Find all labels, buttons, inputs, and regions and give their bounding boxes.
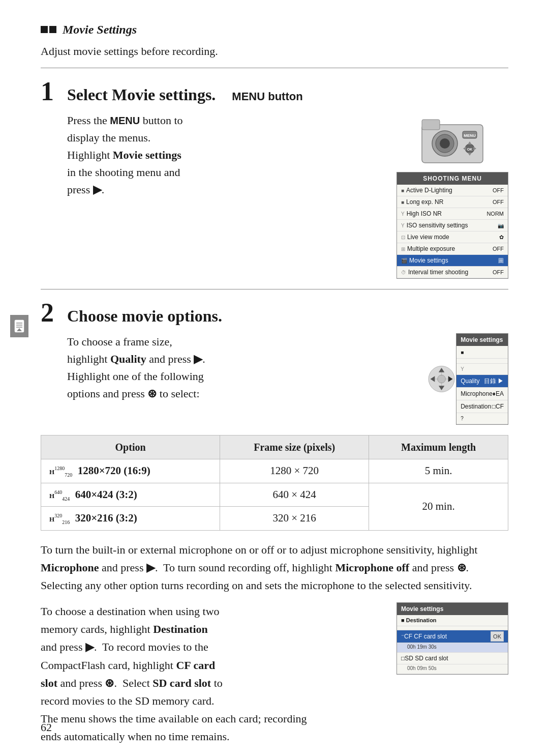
mss-row-microphone: Microphone ♦EA: [456, 388, 508, 400]
step2-right: Movie settings ■ Y Quality 目錄 ▶: [427, 333, 508, 425]
destination-menu-area: Movie settings ■ Destination ⁻CF CF card…: [396, 602, 508, 675]
step1-right: MENU OK SHOOTING MENU ■ Active D-Lightin…: [396, 112, 508, 279]
side-tab-icon: [14, 319, 25, 333]
menu-button-label: MENU button: [232, 88, 302, 105]
dest-menu-sd-row: □SD SD card slot: [397, 653, 508, 664]
menu-row-highiso: Y High ISO NR NORM: [397, 208, 508, 220]
step1-number: 1: [41, 78, 59, 105]
dest-menu-title: Movie settings: [397, 603, 508, 615]
menu-row-multiexp: ⊞ Multiple exposure OFF: [397, 243, 508, 255]
step2-title: Choose movie options.: [67, 304, 222, 328]
step1-body: Press the MENU button todisplay the menu…: [67, 112, 508, 279]
svg-text:MENU: MENU: [464, 133, 476, 138]
step2-number: 2: [41, 300, 59, 326]
svg-point-4: [440, 138, 450, 149]
section-divider: [41, 68, 508, 68]
step1-text: Press the MENU button todisplay the menu…: [67, 112, 384, 279]
step2-section: 2 Choose movie options. To choose a fram…: [41, 300, 508, 425]
option-1280: H1280720 1280×720 (16:9): [41, 459, 220, 483]
camera-image: MENU OK: [417, 112, 488, 168]
page-header: Movie Settings Adjust movie settings bef…: [41, 20, 508, 60]
movie-settings-screenshot: Movie settings ■ Y Quality 目錄 ▶: [456, 333, 508, 425]
microphone-para: To turn the built-in or external microph…: [41, 541, 508, 595]
svg-rect-1: [422, 120, 440, 130]
table-row: H640424 640×424 (3:2) 640 × 424 20 min.: [41, 483, 508, 507]
options-table: Option Frame size (pixels) Maximum lengt…: [41, 435, 508, 531]
destination-section: To choose a destination when using two m…: [41, 602, 508, 746]
option-320: H320216 320×216 (3:2): [41, 507, 220, 531]
menu-row-dlighting: ■ Active D-Lighting OFF: [397, 185, 508, 196]
step2-header: 2 Choose movie options.: [41, 300, 508, 328]
mss-blank: [456, 359, 508, 364]
framesize-320: 320 × 216: [220, 507, 369, 531]
section-divider-2: [41, 289, 508, 289]
maxlen-1280: 5 min.: [369, 459, 508, 483]
dest-sd-subtext: 00h 09m 50s: [397, 664, 508, 674]
col-framesize: Frame size (pixels): [220, 435, 369, 459]
menu-row-longnr: ■ Long exp. NR OFF: [397, 196, 508, 208]
title-text: Movie Settings: [63, 23, 137, 36]
framesize-640: 640 × 424: [220, 483, 369, 507]
section-title: Movie Settings: [41, 20, 508, 39]
step1-title: Select Movie settings.: [67, 82, 216, 107]
destination-screenshot: Movie settings ■ Destination ⁻CF CF card…: [396, 602, 508, 675]
mss-row-footer: ?: [456, 413, 508, 424]
menu-row-iso: Y ISO sensitivity settings 📷: [397, 220, 508, 231]
page-number: 62: [41, 719, 52, 736]
dest-menu-subtitle: ■ Destination: [397, 615, 508, 626]
table-row: H1280720 1280×720 (16:9) 1280 × 720 5 mi…: [41, 459, 508, 483]
shooting-menu-title: SHOOTING MENU: [397, 172, 508, 185]
shooting-menu-screenshot: SHOOTING MENU ■ Active D-Lighting OFF ■ …: [396, 172, 508, 279]
side-tab: [10, 315, 28, 337]
col-maxlength: Maximum length: [369, 435, 508, 459]
mss-row-quality: Quality 目錄 ▶: [456, 375, 508, 388]
subtitle: Adjust movie settings before recording.: [41, 43, 508, 60]
dest-menu-cf-row: ⁻CF CF card slot OK: [397, 630, 508, 644]
menu-row-movie: 🎬 Movie settings 圖: [397, 255, 508, 267]
step1-header: 1 Select Movie settings. MENU button: [41, 78, 508, 107]
mss-row-destination: Destination □CF: [456, 400, 508, 413]
dpad-image: [427, 346, 456, 412]
svg-point-23: [438, 375, 446, 383]
mss-row-2: Y: [456, 364, 508, 375]
maxlen-640-320: 20 min.: [369, 483, 508, 530]
destination-text: To choose a destination when using two m…: [41, 602, 382, 746]
title-squares: [41, 26, 56, 33]
movie-settings-title: Movie settings: [456, 334, 508, 346]
menu-row-interval: ⏱ Interval timer shooting OFF: [397, 267, 508, 278]
step1-section: 1 Select Movie settings. MENU button Pre…: [41, 78, 508, 279]
step2-text: To choose a frame size, highlight Qualit…: [67, 333, 415, 425]
framesize-1280: 1280 × 720: [220, 459, 369, 483]
page-container: Movie Settings Adjust movie settings bef…: [41, 20, 508, 746]
menu-row-liveview: ⊡ Live view mode ✿: [397, 231, 508, 243]
svg-text:OK: OK: [467, 148, 473, 151]
step2-body: To choose a frame size, highlight Qualit…: [67, 333, 508, 425]
col-option: Option: [41, 435, 220, 459]
dest-cf-subtext: 00h 19m 30s: [397, 643, 508, 653]
option-640: H640424 640×424 (3:2): [41, 483, 220, 507]
mss-row-1: ■: [456, 346, 508, 359]
